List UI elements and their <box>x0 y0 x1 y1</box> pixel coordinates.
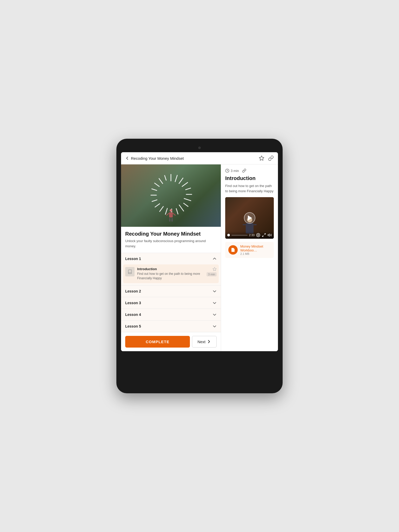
lesson-section-5: Lesson 5 <box>121 320 221 332</box>
lesson-4-header[interactable]: Lesson 4 <box>121 309 221 320</box>
svg-marker-1 <box>213 267 216 271</box>
attachment-icon-circle <box>228 245 238 255</box>
meta-time: 3 min <box>225 169 239 173</box>
lesson-section-1: Lesson 1 <box>121 253 221 285</box>
play-button[interactable] <box>244 212 255 224</box>
lesson-2-header[interactable]: Lesson 2 <box>121 285 221 297</box>
back-arrow-icon <box>125 156 129 160</box>
meta-row: 3 min <box>225 169 274 173</box>
lessons-list: Lesson 1 <box>121 253 221 332</box>
fullscreen-icon[interactable] <box>262 233 266 237</box>
svg-line-5 <box>262 235 264 237</box>
lesson-3-label: Lesson 3 <box>125 301 141 305</box>
hero-person <box>168 209 174 222</box>
right-column: 3 min Introduction Find out how to get o… <box>221 164 278 351</box>
next-chevron-icon <box>207 340 211 344</box>
progress-bar[interactable] <box>231 235 248 236</box>
share-link-icon[interactable] <box>268 155 274 161</box>
volume-icon[interactable] <box>268 233 272 237</box>
lesson-section-4: Lesson 4 <box>121 309 221 320</box>
svg-line-4 <box>264 234 265 235</box>
lesson-section-2: Lesson 2 <box>121 285 221 297</box>
lesson-4-label: Lesson 4 <box>125 312 141 317</box>
next-button[interactable]: Next <box>192 336 217 348</box>
lesson-5-header[interactable]: Lesson 5 <box>121 321 221 332</box>
clock-icon <box>225 169 229 173</box>
action-bar: COMPLETE Next <box>121 332 221 351</box>
lesson-duration-badge: 3 min <box>207 272 217 276</box>
svg-marker-0 <box>259 156 264 160</box>
lesson-star-icon[interactable] <box>212 267 217 271</box>
lesson-item-right: 3 min <box>207 267 217 276</box>
course-info: Recoding Your Money Mindset Unlock your … <box>121 227 221 253</box>
nav-title: Recoding Your Money Mindset <box>131 156 184 161</box>
lesson-section-3: Lesson 3 <box>121 297 221 309</box>
link-icon[interactable] <box>242 169 246 173</box>
chevron-down-icon-3 <box>212 301 217 305</box>
chevron-down-icon-5 <box>212 324 217 328</box>
video-time: 2:33 <box>249 234 255 237</box>
back-button[interactable]: Recoding Your Money Mindset <box>125 156 184 161</box>
lesson-item-title: Introduction <box>137 267 204 271</box>
next-label: Next <box>197 340 205 344</box>
lesson-5-label: Lesson 5 <box>125 324 141 328</box>
video-controls: 2:33 <box>225 231 274 239</box>
tablet-screen: Recoding Your Money Mindset <box>121 152 278 351</box>
document-icon <box>231 248 235 252</box>
lesson-2-label: Lesson 2 <box>125 289 141 293</box>
bookmark-icon[interactable] <box>259 155 264 161</box>
lesson-1-header[interactable]: Lesson 1 <box>121 253 221 264</box>
svg-point-3 <box>258 235 259 236</box>
link-svg-icon <box>242 169 246 173</box>
lesson-1-label: Lesson 1 <box>125 257 141 261</box>
section-description: Find out how to get on the path to being… <box>225 183 274 194</box>
chevron-down-icon-4 <box>212 312 217 317</box>
attachment-info: Money Mindset Workboo… 2.1 MB <box>240 244 271 255</box>
complete-button[interactable]: COMPLETE <box>125 336 190 348</box>
nav-bar: Recoding Your Money Mindset <box>121 152 278 164</box>
attachment-name: Money Mindset Workboo… <box>240 244 271 252</box>
play-triangle <box>248 215 252 221</box>
book-icon <box>128 269 132 274</box>
duration-text: 3 min <box>231 169 239 173</box>
attachment-size: 2.1 MB <box>240 252 271 255</box>
chevron-down-icon-2 <box>212 289 217 293</box>
chevron-up-icon <box>212 257 217 261</box>
svg-marker-6 <box>268 234 269 236</box>
lesson-1-content: Introduction Find out how to get on the … <box>121 264 221 285</box>
lesson-3-header[interactable]: Lesson 3 <box>121 297 221 309</box>
left-column: Recoding Your Money Mindset Unlock your … <box>121 164 221 351</box>
progress-dot <box>227 234 230 236</box>
course-description: Unlock your faulty subconscious programm… <box>125 238 217 249</box>
hero-image <box>121 164 221 227</box>
content-area: Recoding Your Money Mindset Unlock your … <box>121 164 278 351</box>
nav-icons <box>259 155 274 161</box>
section-title: Introduction <box>225 175 274 181</box>
video-player[interactable]: 2:33 <box>225 197 274 239</box>
settings-icon[interactable] <box>256 233 260 237</box>
tablet-camera <box>198 147 201 149</box>
tablet-frame: Recoding Your Money Mindset <box>116 139 283 393</box>
lesson-item-desc: Find out how to get on the path to being… <box>137 272 204 281</box>
attachment-item[interactable]: Money Mindset Workboo… 2.1 MB <box>225 242 274 258</box>
lesson-item-icon-box <box>125 267 135 276</box>
course-title: Recoding Your Money Mindset <box>125 231 217 237</box>
lesson-item[interactable]: Introduction Find out how to get on the … <box>123 264 219 283</box>
lesson-item-info: Introduction Find out how to get on the … <box>137 267 204 281</box>
